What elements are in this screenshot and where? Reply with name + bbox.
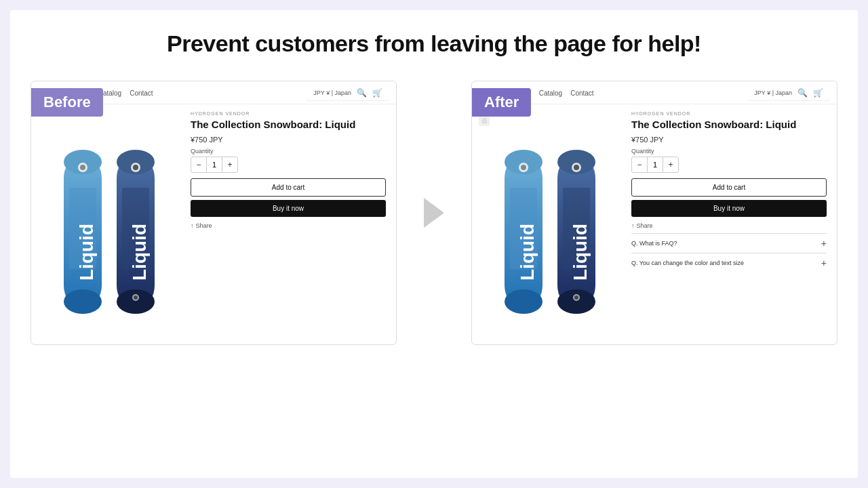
before-buy-now-button[interactable]: Buy it now xyxy=(191,200,386,217)
before-nav-contact[interactable]: Contact xyxy=(130,89,153,97)
svg-point-25 xyxy=(557,289,595,314)
svg-point-6 xyxy=(80,165,85,170)
after-cart-icon[interactable]: 🛒 xyxy=(813,88,823,98)
before-qty-minus[interactable]: − xyxy=(191,157,206,172)
share-icon: ↑ xyxy=(191,222,194,229)
svg-text:Liquid: Liquid xyxy=(129,224,150,281)
after-search-icon[interactable]: 🔍 xyxy=(797,88,808,98)
after-snowboard-2: Liquid xyxy=(552,147,601,317)
snowboard-1: Liquid xyxy=(58,147,107,317)
before-qty-control: − 1 + xyxy=(191,157,238,173)
svg-point-15 xyxy=(134,296,138,300)
before-product-price: ¥750 JPY xyxy=(191,136,386,144)
svg-point-31 xyxy=(574,296,578,300)
after-snowboard-1: Liquid xyxy=(499,147,548,317)
before-product-info: HYDROGEN VENDOR The Collection Snowboard… xyxy=(187,111,389,339)
after-product-title: The Collection Snowboard: Liquid xyxy=(631,118,827,131)
after-buy-now-button[interactable]: Buy it now xyxy=(631,200,827,217)
faq-plus-1[interactable]: + xyxy=(821,238,827,249)
after-nav-catalog[interactable]: Catalog xyxy=(539,89,562,97)
before-snowboard-images: Liquid xyxy=(58,134,160,317)
faq-question-2: Q. You can change the color and text siz… xyxy=(631,260,744,266)
before-qty-plus[interactable]: + xyxy=(222,157,237,172)
after-product-info: HYDROGEN VENDOR The Collection Snowboard… xyxy=(628,111,830,339)
after-product-price: ¥750 JPY xyxy=(631,136,827,144)
before-panel: Before Home Catalog Contact JPY ¥ | Japa… xyxy=(31,81,397,345)
after-vendor: HYDROGEN VENDOR xyxy=(631,111,827,116)
before-qty-value: 1 xyxy=(206,157,222,172)
before-share-link[interactable]: ↑ Share xyxy=(191,222,386,229)
svg-point-9 xyxy=(117,289,155,314)
before-product-title: The Collection Snowboard: Liquid xyxy=(191,118,386,131)
svg-text:Liquid: Liquid xyxy=(570,224,591,281)
snowboard-2: Liquid xyxy=(111,147,160,317)
after-currency[interactable]: JPY ¥ | Japan xyxy=(754,89,792,96)
after-add-to-cart-button[interactable]: Add to cart xyxy=(631,178,827,197)
svg-point-18 xyxy=(505,289,542,314)
after-qty-label: Quantity xyxy=(631,148,827,155)
faq-section: Q. What is FAQ? + Q. You can change the … xyxy=(631,233,827,272)
faq-item-1[interactable]: Q. What is FAQ? + xyxy=(631,233,827,253)
arrow-container xyxy=(417,198,451,228)
before-product-area: Liquid xyxy=(31,104,396,345)
before-share-text: Share xyxy=(196,222,212,229)
svg-point-2 xyxy=(64,289,102,314)
after-share-icon: ↑ xyxy=(631,222,635,229)
after-product-images: ⬜ xyxy=(479,111,621,339)
svg-point-22 xyxy=(521,165,526,170)
after-share-text: Share xyxy=(637,222,653,229)
after-qty-plus[interactable]: + xyxy=(663,157,678,172)
before-vendor: HYDROGEN VENDOR xyxy=(191,111,386,116)
before-product-images: Liquid xyxy=(38,111,180,339)
after-qty-minus[interactable]: − xyxy=(632,157,647,172)
before-add-to-cart-button[interactable]: Add to cart xyxy=(191,178,386,197)
faq-question-1: Q. What is FAQ? xyxy=(631,240,677,247)
after-share-link[interactable]: ↑ Share xyxy=(631,222,827,229)
after-qty-control: − 1 + xyxy=(631,157,679,173)
before-badge: Before xyxy=(31,88,103,117)
after-panel: After Home Catalog Contact JPY ¥ | Japan… xyxy=(471,81,837,345)
before-qty-label: Quantity xyxy=(191,148,386,155)
before-nav-right: JPY ¥ | Japan 🔍 🛒 xyxy=(307,85,389,101)
after-thumbnail-indicator: ⬜ xyxy=(479,115,490,126)
after-snowboard-images: Liquid xyxy=(499,134,601,317)
after-product-area: ⬜ xyxy=(472,104,837,345)
svg-point-29 xyxy=(574,165,579,170)
before-search-icon[interactable]: 🔍 xyxy=(357,88,367,98)
comparison-row: Before Home Catalog Contact JPY ¥ | Japa… xyxy=(24,81,844,345)
svg-text:Liquid: Liquid xyxy=(517,224,538,281)
svg-text:Liquid: Liquid xyxy=(76,224,97,281)
svg-point-13 xyxy=(133,165,138,170)
headline: Prevent customers from leaving the page … xyxy=(167,30,701,57)
before-cart-icon[interactable]: 🛒 xyxy=(372,88,382,98)
after-nav-right: JPY ¥ | Japan 🔍 🛒 xyxy=(747,85,830,101)
before-currency[interactable]: JPY ¥ | Japan xyxy=(313,89,351,96)
faq-plus-2[interactable]: + xyxy=(821,258,827,268)
comparison-arrow xyxy=(424,198,444,228)
after-badge: After xyxy=(472,88,531,117)
after-nav-contact[interactable]: Contact xyxy=(570,89,593,97)
main-content: Prevent customers from leaving the page … xyxy=(10,10,858,478)
faq-item-2[interactable]: Q. You can change the color and text siz… xyxy=(631,253,827,272)
after-qty-value: 1 xyxy=(647,157,663,172)
